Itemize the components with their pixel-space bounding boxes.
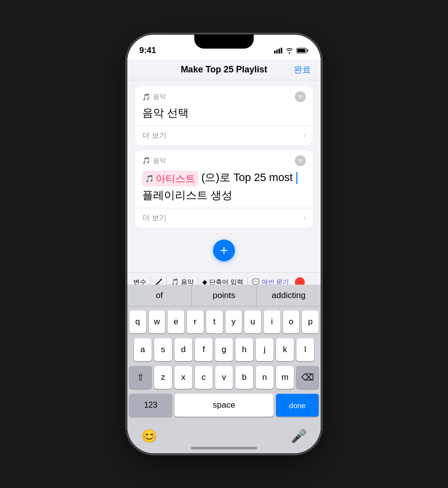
more-label-2: 더 보기	[142, 213, 167, 223]
artist-token[interactable]: 🎵 아티스트	[142, 171, 198, 186]
keyboard-row-1: q w e r t y u i o p	[129, 310, 319, 333]
predictive-of-text: of	[156, 291, 163, 301]
key-n[interactable]: n	[256, 366, 274, 389]
wifi-icon	[285, 48, 293, 54]
action-card-2-header: 🎵 음악 ✕	[135, 150, 313, 168]
predictive-of[interactable]: of	[127, 285, 192, 306]
close-card-1-button[interactable]: ✕	[295, 91, 306, 102]
chevron-icon-1: ›	[303, 131, 306, 140]
action-card-1-label: 음악	[153, 92, 166, 101]
toolbar-divider-2	[167, 277, 167, 285]
delete-key[interactable]: ⌫	[296, 366, 319, 389]
svg-rect-6	[297, 49, 306, 53]
svg-rect-1	[277, 50, 278, 54]
key-g[interactable]: g	[215, 338, 233, 361]
svg-rect-5	[307, 50, 308, 52]
add-action-button[interactable]: +	[213, 240, 235, 261]
key-q[interactable]: q	[129, 310, 146, 333]
toolbar-ask-label: 매번 묻기	[262, 278, 289, 285]
shortcut-content: 🎵 음악 ✕ 음악 선택 더 보기 ›	[127, 80, 321, 285]
variable-label: 변수	[133, 278, 146, 285]
action-card-1-title: 🎵 음악	[142, 92, 166, 101]
chevron-icon-2: ›	[303, 213, 306, 222]
keyboard-row-3: ⇧ z x c v b n m ⌫	[129, 366, 319, 389]
key-m[interactable]: m	[276, 366, 294, 389]
toolbar-music[interactable]: 🎵 음악	[171, 277, 194, 285]
key-l[interactable]: l	[296, 338, 314, 361]
toolbar-shortcut[interactable]: ◆ 단축어 입력	[202, 277, 243, 285]
predictive-points[interactable]: points	[192, 285, 256, 306]
done-key[interactable]: done	[276, 394, 319, 417]
space-key[interactable]: space	[174, 394, 274, 417]
action-card-1-body: 음악 선택	[135, 104, 313, 125]
key-t[interactable]: t	[206, 310, 223, 333]
toolbar-variable[interactable]: 변수	[133, 277, 146, 285]
key-s[interactable]: s	[154, 338, 172, 361]
toolbar-music-label: 음악	[181, 278, 194, 285]
keyboard-row-2: a s d f g h j k l	[129, 338, 319, 361]
close-card-2-button[interactable]: ✕	[295, 155, 306, 166]
key-z[interactable]: z	[154, 366, 172, 389]
add-button-container: +	[135, 233, 313, 266]
action-card-2-footer[interactable]: 더 보기 ›	[135, 208, 313, 228]
svg-rect-2	[279, 49, 280, 54]
toolbar-divider-3	[198, 277, 198, 285]
key-o[interactable]: o	[283, 310, 300, 333]
key-r[interactable]: r	[187, 310, 204, 333]
toolbar-music-icon: 🎵	[171, 278, 179, 285]
mic-button[interactable]: 🎤	[291, 428, 307, 444]
nav-title: Make Top 25 Playlist	[181, 64, 268, 75]
toolbar-ask[interactable]: 💬 매번 묻기	[252, 277, 289, 285]
magic-wand-icon	[155, 278, 163, 285]
key-a[interactable]: a	[134, 338, 152, 361]
numbers-key[interactable]: 123	[129, 394, 172, 417]
text-cursor	[296, 172, 297, 184]
key-i[interactable]: i	[264, 310, 280, 333]
status-time: 9:41	[139, 46, 156, 56]
key-c[interactable]: c	[195, 366, 213, 389]
key-w[interactable]: w	[149, 310, 166, 333]
svg-line-7	[156, 281, 160, 285]
svg-rect-0	[274, 51, 276, 54]
key-x[interactable]: x	[174, 366, 192, 389]
key-p[interactable]: p	[302, 310, 319, 333]
action-card-1-footer[interactable]: 더 보기 ›	[135, 125, 313, 145]
keyboard: q w e r t y u i o p a s d f g h j k	[127, 306, 321, 424]
token-label: 아티스트	[156, 172, 195, 185]
notification-badge	[295, 277, 305, 285]
key-f[interactable]: f	[195, 338, 213, 361]
key-j[interactable]: j	[256, 338, 274, 361]
status-icons	[274, 48, 309, 54]
toolbar-divider-1	[150, 277, 151, 285]
home-indicator	[191, 447, 257, 449]
key-h[interactable]: h	[235, 338, 253, 361]
key-d[interactable]: d	[174, 338, 192, 361]
done-button[interactable]: 완료	[294, 64, 311, 75]
key-u[interactable]: u	[244, 310, 261, 333]
predictive-addicting[interactable]: addicting	[257, 285, 321, 306]
shift-key[interactable]: ⇧	[129, 366, 152, 389]
nav-bar: Make Top 25 Playlist 완료	[127, 60, 321, 80]
key-k[interactable]: k	[276, 338, 294, 361]
token-music-icon: 🎵	[145, 174, 154, 184]
music-note-icon-1: 🎵	[142, 93, 150, 101]
key-b[interactable]: b	[235, 366, 253, 389]
key-v[interactable]: v	[215, 366, 233, 389]
signal-icon	[274, 48, 282, 54]
toolbar-divider-4	[247, 277, 248, 285]
key-e[interactable]: e	[168, 310, 184, 333]
toolbar-magic[interactable]	[155, 277, 163, 285]
shortcut-toolbar: 변수 🎵 음악 ◆ 단축어 입력	[127, 272, 321, 285]
action-card-1: 🎵 음악 ✕ 음악 선택 더 보기 ›	[135, 86, 313, 145]
battery-icon	[296, 48, 309, 54]
shortcut-icon: ◆	[202, 278, 207, 285]
predictive-points-text: points	[213, 291, 235, 301]
svg-rect-3	[281, 48, 282, 54]
key-y[interactable]: y	[225, 310, 242, 333]
emoji-button[interactable]: 😊	[141, 428, 157, 444]
predictive-bar: of points addicting	[127, 285, 321, 306]
body-line2: 플레이리스트 생성	[142, 189, 232, 201]
action-card-1-header: 🎵 음악 ✕	[135, 86, 313, 104]
plus-icon: +	[220, 244, 228, 257]
action-card-2-title: 🎵 음악	[142, 156, 166, 165]
